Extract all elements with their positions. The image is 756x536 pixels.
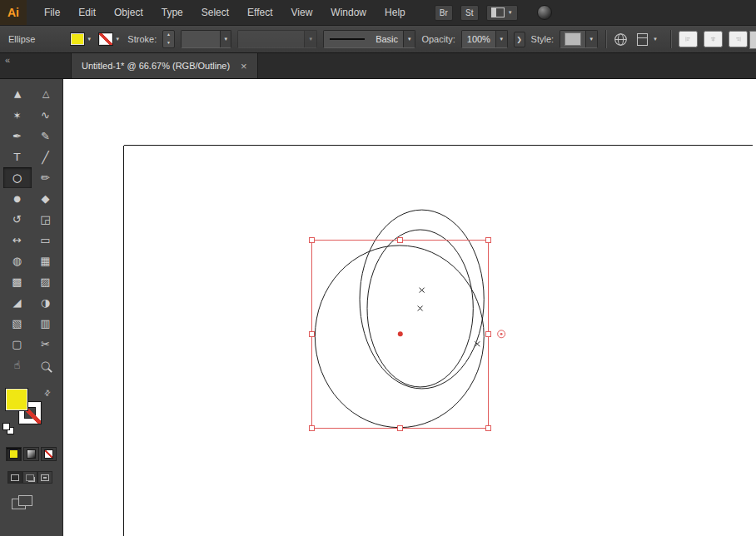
draw-behind-button[interactable]: [22, 471, 37, 484]
artboard-tool[interactable]: ▢: [3, 334, 32, 355]
ellipse-outline-2[interactable]: [360, 210, 484, 389]
shape-builder-icon: ◍: [12, 256, 22, 266]
menu-select[interactable]: Select: [192, 0, 238, 25]
bridge-button[interactable]: Br: [435, 5, 453, 21]
column-graph-icon: ▥: [40, 318, 50, 329]
menu-window[interactable]: Window: [321, 0, 376, 25]
globe-icon[interactable]: [614, 32, 628, 47]
perspective-grid-tool[interactable]: ▦: [32, 251, 60, 271]
caret-down-icon[interactable]: ▾: [585, 31, 598, 47]
tab-close-icon[interactable]: ×: [241, 61, 247, 72]
opacity-label[interactable]: Opacity:: [421, 34, 455, 44]
direct-selection-tool[interactable]: ▷: [32, 84, 60, 105]
pen-tool[interactable]: ✒: [3, 126, 32, 146]
shape-builder-tool[interactable]: ◍: [3, 251, 32, 271]
line-segment-tool[interactable]: ╱: [32, 146, 60, 167]
paintbrush-tool[interactable]: ✎: [32, 126, 60, 146]
magic-wand-tool[interactable]: ✶: [3, 105, 32, 126]
opacity-combo[interactable]: 100% ▾: [461, 30, 508, 48]
selection-handle[interactable]: [309, 238, 314, 243]
draw-normal-button[interactable]: [7, 471, 22, 484]
caret-down-icon: ▼: [508, 10, 513, 15]
selection-handle[interactable]: [485, 238, 490, 243]
mesh-tool[interactable]: ▩: [3, 271, 32, 292]
swap-fill-stroke-icon[interactable]: ⇄: [42, 388, 52, 398]
document-setup-button[interactable]: ▾: [634, 31, 663, 47]
free-transform-tool[interactable]: ▭: [32, 230, 60, 251]
stepper-up-icon[interactable]: ▲: [163, 31, 174, 39]
width-tool[interactable]: ↔: [3, 230, 32, 251]
fill-box[interactable]: [6, 389, 27, 410]
eyedropper-tool[interactable]: ◢: [3, 292, 32, 313]
selection-handle[interactable]: [485, 332, 490, 337]
gradient-tool[interactable]: ▨: [32, 271, 60, 292]
stroke-label[interactable]: Stroke:: [127, 34, 157, 44]
menu-file[interactable]: File: [35, 0, 69, 25]
eraser-tool[interactable]: ◆: [32, 188, 60, 209]
panel-dock-edge[interactable]: [749, 31, 756, 49]
align-horizontal-center-button[interactable]: [704, 31, 723, 47]
color-mode-button[interactable]: [6, 447, 22, 461]
default-fill-stroke-icon[interactable]: [3, 424, 15, 435]
stroke-color-control[interactable]: ▾: [99, 33, 122, 45]
symbol-sprayer-tool[interactable]: ▧: [3, 313, 32, 334]
ellipse-tool[interactable]: ○: [3, 167, 32, 188]
menu-view[interactable]: View: [282, 0, 322, 25]
draw-inside-button[interactable]: [37, 471, 52, 484]
style-combo[interactable]: ▾: [560, 30, 598, 48]
selection-handle[interactable]: [485, 426, 490, 431]
artboard-icon: ▢: [12, 339, 22, 350]
gradient-mode-button[interactable]: [23, 447, 39, 461]
document-tab[interactable]: Untitled-1* @ 66.67% (RGB/Outline) ×: [71, 53, 258, 78]
menu-type[interactable]: Type: [152, 0, 192, 25]
menu-effect[interactable]: Effect: [238, 0, 281, 25]
hand-tool[interactable]: ☝: [3, 355, 32, 375]
app-logo: Ai: [0, 0, 27, 25]
stroke-weight-combo[interactable]: ▾: [181, 30, 232, 48]
stepper-down-icon[interactable]: ▼: [163, 39, 174, 47]
slice-tool[interactable]: ✂: [32, 334, 60, 355]
align-horizontal-right-button[interactable]: [729, 31, 748, 47]
opacity-value: 100%: [462, 34, 495, 44]
menu-help[interactable]: Help: [376, 0, 415, 25]
selection-handle[interactable]: [309, 426, 314, 431]
caret-down-icon[interactable]: ▾: [85, 36, 93, 42]
workspace-switcher[interactable]: ▼: [486, 5, 518, 21]
selection-handle[interactable]: [309, 332, 314, 337]
type-tool[interactable]: T: [3, 146, 32, 167]
selection-tool[interactable]: ▶: [3, 84, 32, 105]
fill-swatch[interactable]: [71, 33, 84, 45]
lasso-tool[interactable]: ∿: [32, 105, 60, 126]
align-horizontal-left-button[interactable]: [679, 31, 698, 47]
canvas-area[interactable]: [63, 79, 756, 536]
toolbar-collapse-button[interactable]: «: [5, 55, 10, 65]
screen-mode-button[interactable]: [12, 495, 33, 509]
direct-selection-icon: ▷: [41, 91, 50, 97]
stroke-swatch[interactable]: [99, 33, 112, 45]
caret-down-icon[interactable]: ▾: [113, 36, 122, 42]
caret-down-icon[interactable]: ▾: [403, 31, 415, 47]
scale-tool[interactable]: ◲: [32, 209, 60, 230]
stock-button[interactable]: St: [460, 5, 479, 21]
blend-tool[interactable]: ◑: [32, 292, 60, 313]
menu-object[interactable]: Object: [105, 0, 152, 25]
ellipse-outline-1[interactable]: [315, 246, 484, 428]
caret-down-icon[interactable]: ▾: [220, 31, 231, 47]
main-area: ▶▷✶∿✒✎T╱○✏●◆↺◲↔▭◍▦▩▨◢◑▧▥▢✂☝○ ⇄: [0, 79, 756, 536]
fill-color-control[interactable]: ▾: [71, 33, 93, 45]
caret-down-icon[interactable]: ▾: [495, 31, 507, 47]
pencil-tool[interactable]: ✏: [32, 167, 60, 188]
zoom-tool[interactable]: ○: [32, 355, 60, 375]
column-graph-tool[interactable]: ▥: [32, 313, 60, 334]
brush-definition-combo[interactable]: Basic ▾: [323, 30, 415, 48]
selection-handle[interactable]: [397, 238, 402, 243]
blob-brush-tool[interactable]: ●: [3, 188, 32, 209]
none-mode-button[interactable]: [41, 447, 57, 461]
options-chevron-button[interactable]: ❯: [514, 32, 525, 47]
cs-live-icon[interactable]: [537, 5, 552, 20]
selection-handle[interactable]: [397, 426, 402, 431]
rotate-tool[interactable]: ↺: [3, 209, 32, 230]
menu-edit[interactable]: Edit: [69, 0, 105, 25]
stroke-weight-stepper[interactable]: ▲ ▼: [162, 30, 175, 48]
blob-brush-icon: ●: [13, 195, 21, 203]
